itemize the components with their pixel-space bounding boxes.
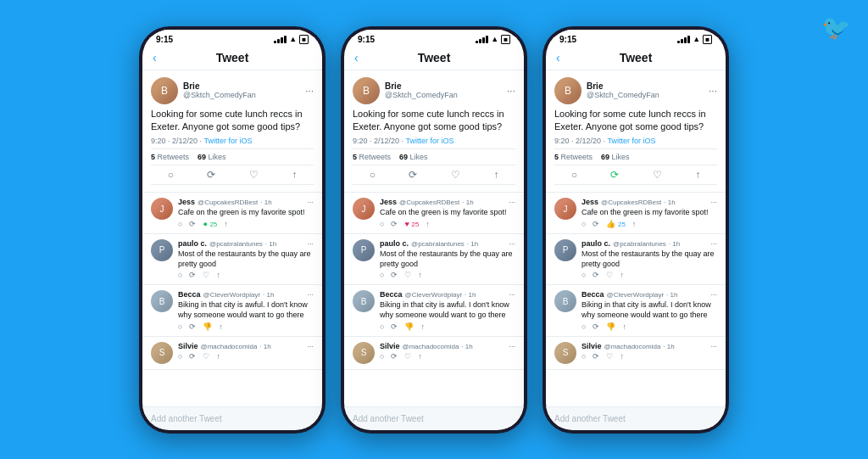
reply-more[interactable]: ··· — [509, 290, 515, 299]
main-retweet-icon[interactable]: ⟳ — [409, 169, 417, 181]
reply-more-icon[interactable]: ↑ — [418, 271, 422, 279]
back-button[interactable]: ‹ — [556, 51, 560, 64]
add-tweet-input[interactable]: Add another Tweet — [353, 414, 424, 423]
tweet-more-button[interactable]: ··· — [709, 85, 717, 97]
back-button[interactable]: ‹ — [153, 51, 157, 64]
reply-reply-icon[interactable]: ○ — [581, 271, 586, 279]
like-icon[interactable]: ♡ — [249, 169, 259, 181]
reply-icon[interactable]: ○ — [168, 169, 174, 181]
reply-reply-icon[interactable]: ○ — [178, 271, 182, 279]
reply-reply-icon[interactable]: ○ — [581, 220, 586, 228]
reply-retweet-icon[interactable]: ⟳ — [391, 322, 398, 331]
share-icon[interactable]: ↑ — [292, 169, 297, 181]
reply-like-icon[interactable]: ♡ — [606, 352, 613, 361]
add-tweet-bar[interactable]: Add another Tweet — [546, 406, 726, 430]
reply-more-icon[interactable]: ↑ — [426, 220, 430, 228]
reply-like-icon[interactable]: 👎 — [606, 322, 615, 331]
reply-reply-icon[interactable]: ○ — [581, 322, 586, 331]
reply-more-icon[interactable]: ↑ — [420, 322, 425, 331]
reply-icon[interactable]: ○ — [370, 169, 376, 181]
tweet-more-button[interactable]: ··· — [305, 85, 314, 97]
like-icon[interactable]: ♡ — [451, 169, 460, 181]
reply-more-icon[interactable]: ↑ — [216, 352, 220, 361]
tweet-more-button[interactable]: ··· — [507, 85, 515, 97]
tweet-stats: 5 Retweets 69 Likes — [151, 148, 314, 165]
main-retweet-icon[interactable]: ⟳ — [610, 169, 619, 181]
reply-like-icon[interactable]: ♡ — [404, 352, 411, 361]
reply-more-icon[interactable]: ↑ — [632, 220, 637, 228]
reply-more[interactable]: ··· — [509, 198, 515, 206]
reply-more[interactable]: ··· — [307, 198, 314, 206]
reply-like-icon[interactable]: ♡ — [203, 271, 209, 279]
reply-text: Biking in that city is awful. I don't kn… — [178, 300, 314, 320]
reply-retweet-icon[interactable]: ⟳ — [593, 220, 599, 228]
reply-more[interactable]: ··· — [307, 290, 314, 299]
reply-retweet-icon[interactable]: ⟳ — [593, 271, 599, 279]
reply-retweet-icon[interactable]: ⟳ — [391, 220, 398, 228]
reply-more-icon[interactable]: ↑ — [216, 271, 220, 279]
reply-like-icon[interactable]: ♡ — [606, 271, 613, 279]
reply-reply-icon[interactable]: ○ — [178, 322, 182, 331]
reply-more[interactable]: ··· — [509, 342, 515, 350]
reply-more[interactable]: ··· — [307, 342, 314, 350]
author-avatar-img: B — [353, 77, 380, 104]
like-icon[interactable]: ♡ — [653, 169, 662, 181]
likes-count: 69 Likes — [399, 153, 428, 161]
reply-retweet-icon[interactable]: ⟳ — [391, 352, 398, 361]
share-icon[interactable]: ↑ — [493, 169, 498, 181]
reply-more-icon[interactable]: ↑ — [418, 352, 422, 361]
share-icon[interactable]: ↑ — [695, 169, 700, 181]
reply-more[interactable]: ··· — [307, 239, 314, 248]
signal-icon — [274, 36, 287, 43]
reply-more[interactable]: ··· — [710, 239, 717, 248]
reply-retweet-icon[interactable]: ⟳ — [189, 322, 196, 331]
main-retweet-icon[interactable]: ⟳ — [207, 169, 215, 181]
reply-like-icon[interactable]: ● 25 — [203, 220, 217, 228]
twitter-source-link[interactable]: Twitter for iOS — [405, 137, 453, 145]
reply-like-icon[interactable]: ♥ 25 — [404, 220, 419, 228]
reply-item: J Jess @CupcakesRDBest · 1h ··· Cafe on … — [344, 193, 524, 234]
reply-reply-icon[interactable]: ○ — [380, 322, 384, 331]
reply-more-icon[interactable]: ↑ — [622, 322, 626, 331]
reply-more[interactable]: ··· — [710, 198, 717, 206]
reply-more-icon[interactable]: ↑ — [620, 271, 624, 279]
reply-like-icon[interactable]: 👍 25 — [606, 220, 625, 228]
reply-text: Most of the restaurants by the quay are … — [380, 249, 515, 269]
reply-time: · 1h — [265, 240, 276, 248]
reply-reply-icon[interactable]: ○ — [178, 352, 182, 361]
reply-retweet-icon[interactable]: ⟳ — [189, 271, 196, 279]
reply-like-icon[interactable]: 👎 — [203, 322, 212, 331]
reply-reply-icon[interactable]: ○ — [380, 352, 384, 361]
reply-more[interactable]: ··· — [710, 290, 717, 299]
reply-like-icon[interactable]: ♡ — [404, 271, 411, 279]
reply-reply-icon[interactable]: ○ — [380, 220, 384, 228]
reply-retweet-icon[interactable]: ⟳ — [189, 352, 196, 361]
add-tweet-input[interactable]: Add another Tweet — [554, 414, 626, 423]
reply-reply-icon[interactable]: ○ — [178, 220, 182, 228]
reply-more-icon[interactable]: ↑ — [219, 322, 223, 331]
reply-author-handle: @pcabralantunes — [613, 240, 666, 248]
reply-more-icon[interactable]: ↑ — [224, 220, 228, 228]
reply-retweet-icon[interactable]: ⟳ — [593, 322, 599, 331]
reply-more[interactable]: ··· — [710, 342, 717, 350]
reply-time: · 1h — [663, 343, 674, 350]
reply-reply-icon[interactable]: ○ — [581, 352, 586, 361]
back-button[interactable]: ‹ — [354, 51, 359, 64]
author-avatar: B — [151, 77, 178, 104]
author-avatar-img: B — [151, 77, 178, 104]
reply-more-icon[interactable]: ↑ — [620, 352, 624, 361]
add-tweet-bar[interactable]: Add another Tweet — [344, 406, 524, 430]
twitter-source-link[interactable]: Twitter for iOS — [607, 137, 655, 145]
reply-retweet-icon[interactable]: ⟳ — [189, 220, 196, 228]
twitter-source-link[interactable]: Twitter for iOS — [203, 137, 252, 145]
reply-retweet-icon[interactable]: ⟳ — [391, 271, 398, 279]
add-tweet-input[interactable]: Add another Tweet — [151, 414, 222, 423]
reply-like-icon[interactable]: 👎 — [404, 322, 414, 331]
reply-more[interactable]: ··· — [509, 239, 515, 248]
add-tweet-bar[interactable]: Add another Tweet — [142, 406, 322, 430]
reply-author-handle: @machadocomida — [201, 343, 258, 350]
reply-retweet-icon[interactable]: ⟳ — [593, 352, 599, 361]
reply-icon[interactable]: ○ — [571, 169, 577, 181]
reply-reply-icon[interactable]: ○ — [380, 271, 384, 279]
reply-like-icon[interactable]: ♡ — [203, 352, 209, 361]
